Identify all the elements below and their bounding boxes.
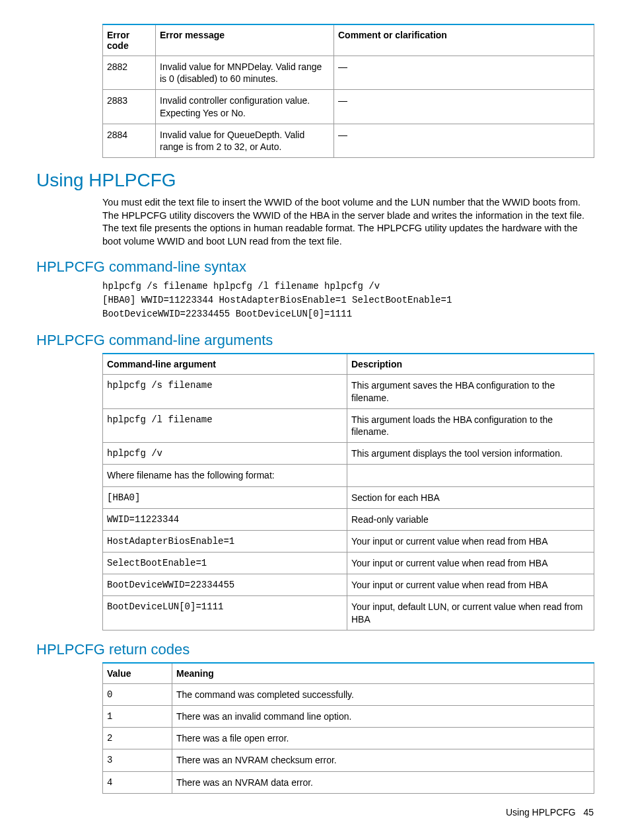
table-row: hplpcfg /l filenameThis argument loads t… <box>103 408 594 442</box>
cell-description: Your input or current value when read fr… <box>347 530 594 552</box>
table-row: hplpcfg /vThis argument displays the too… <box>103 443 594 465</box>
table-row: hplpcfg /s filenameThis argument saves t… <box>103 375 594 408</box>
cell-meaning: There was an NVRAM data error. <box>172 771 594 793</box>
error-code-table: Error code Error message Comment or clar… <box>102 24 594 158</box>
cell-value: 4 <box>103 771 172 793</box>
table-row: 2884 Invalid value for QueueDepth. Valid… <box>103 124 594 157</box>
arguments-table: Command-line argument Description hplpcf… <box>102 353 594 630</box>
cell-description: Read-only variable <box>347 508 594 530</box>
col-error-code: Error code <box>103 24 156 56</box>
table-row: WWID=11223344Read-only variable <box>103 508 594 530</box>
footer-section: Using HPLPCFG <box>506 807 576 818</box>
table-row: 4There was an NVRAM data error. <box>103 771 594 793</box>
cell-meaning: There was a file open error. <box>172 728 594 749</box>
heading-arguments: HPLPCFG command-line arguments <box>36 332 594 349</box>
table-row: SelectBootEnable=1Your input or current … <box>103 553 594 574</box>
intro-paragraph: You must edit the text file to insert th… <box>102 196 594 248</box>
cell-argument: SelectBootEnable=1 <box>103 553 347 574</box>
cell-comment: — <box>334 56 594 90</box>
table-row: Where filename has the following format: <box>103 465 594 486</box>
table-header-row: Error code Error message Comment or clar… <box>103 24 594 56</box>
table-header-row: Value Meaning <box>103 663 594 684</box>
syntax-code-block: hplpcfg /s filename hplpcfg /l filename … <box>102 280 594 321</box>
cell-description: This argument displays the tool version … <box>347 443 594 465</box>
cell-value: 2 <box>103 728 172 749</box>
table-row: 3There was an NVRAM checksum error. <box>103 749 594 771</box>
cell-description: Your input or current value when read fr… <box>347 553 594 574</box>
col-meaning: Meaning <box>172 663 594 684</box>
cell-argument: WWID=11223344 <box>103 508 347 530</box>
cell-value: 0 <box>103 683 172 705</box>
table-row: 0The command was completed successfully. <box>103 683 594 705</box>
heading-return-codes: HPLPCFG return codes <box>36 641 594 658</box>
table-row: [HBA0]Section for each HBA <box>103 486 594 508</box>
cell-code: 2884 <box>103 124 156 157</box>
cell-msg: Invalid controller configuration value. … <box>156 90 334 124</box>
table-row: BootDeviceWWID=22334455Your input or cur… <box>103 574 594 596</box>
cell-value: 3 <box>103 749 172 771</box>
cell-description: This argument loads the HBA configuratio… <box>347 408 594 442</box>
cell-argument: BootDeviceLUN[0]=1111 <box>103 596 347 630</box>
cell-description: Your input, default LUN, or current valu… <box>347 596 594 630</box>
cell-argument: hplpcfg /s filename <box>103 375 347 408</box>
cell-argument: [HBA0] <box>103 486 347 508</box>
col-description: Description <box>347 354 594 375</box>
cell-meaning: The command was completed successfully. <box>172 683 594 705</box>
cell-comment: — <box>334 124 594 157</box>
col-error-message: Error message <box>156 24 334 56</box>
cell-code: 2883 <box>103 90 156 124</box>
cell-description: Section for each HBA <box>347 486 594 508</box>
cell-argument: BootDeviceWWID=22334455 <box>103 574 347 596</box>
cell-comment: — <box>334 90 594 124</box>
table-row: 1There was an invalid command line optio… <box>103 706 594 728</box>
col-argument: Command-line argument <box>103 354 347 375</box>
table-row: 2882 Invalid value for MNPDelay. Valid r… <box>103 56 594 90</box>
cell-argument: HostAdapterBiosEnable=1 <box>103 530 347 552</box>
cell-description: This argument saves the HBA configuratio… <box>347 375 594 408</box>
col-comment: Comment or clarification <box>334 24 594 56</box>
table-header-row: Command-line argument Description <box>103 354 594 375</box>
heading-syntax: HPLPCFG command-line syntax <box>36 258 594 276</box>
page-footer: Using HPLPCFG 45 <box>36 807 594 818</box>
footer-page: 45 <box>583 807 594 818</box>
cell-meaning: There was an invalid command line option… <box>172 706 594 728</box>
cell-meaning: There was an NVRAM checksum error. <box>172 749 594 771</box>
table-row: 2There was a file open error. <box>103 728 594 749</box>
cell-code: 2882 <box>103 56 156 90</box>
cell-argument: hplpcfg /v <box>103 443 347 465</box>
cell-description <box>347 465 594 486</box>
col-value: Value <box>103 663 172 684</box>
return-codes-table: Value Meaning 0The command was completed… <box>102 662 594 794</box>
cell-argument: hplpcfg /l filename <box>103 408 347 442</box>
cell-value: 1 <box>103 706 172 728</box>
cell-msg: Invalid value for MNPDelay. Valid range … <box>156 56 334 90</box>
heading-using-hplpcfg: Using HPLPCFG <box>36 170 594 191</box>
table-row: 2883 Invalid controller configuration va… <box>103 90 594 124</box>
cell-argument: Where filename has the following format: <box>103 465 347 486</box>
table-row: HostAdapterBiosEnable=1Your input or cur… <box>103 530 594 552</box>
cell-description: Your input or current value when read fr… <box>347 574 594 596</box>
table-row: BootDeviceLUN[0]=1111Your input, default… <box>103 596 594 630</box>
cell-msg: Invalid value for QueueDepth. Valid rang… <box>156 124 334 157</box>
